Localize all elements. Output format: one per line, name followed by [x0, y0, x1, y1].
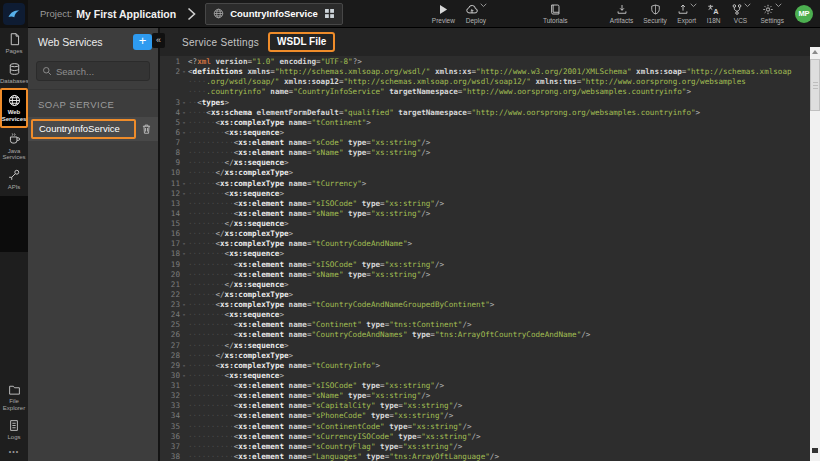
- chevron-down-icon: [744, 3, 751, 8]
- rail-spacer: [0, 252, 28, 380]
- code-row: 18-········<xs:sequence>: [160, 249, 810, 259]
- web-services-panel: Web Services + SOAP SERVICE CountryInfoS…: [28, 28, 160, 461]
- rail-section-divider: [0, 196, 28, 252]
- sidebar-item-databases[interactable]: Databases: [0, 58, 28, 88]
- code-row: 15········</xs:sequence>: [160, 219, 810, 229]
- code-row: 1<?xml version="1.0" encoding="UTF-8"?>: [160, 57, 810, 67]
- code-row: 38··········<xs:element name="Languages"…: [160, 452, 810, 461]
- chevron-down-icon: [775, 3, 782, 8]
- code-row: 36··········<xs:element name="sCurrencyI…: [160, 432, 810, 442]
- code-row: 31··········<xs:element name="sISOCode" …: [160, 381, 810, 391]
- service-tab-label: CountryInfoService: [230, 8, 318, 19]
- delete-service-icon[interactable]: [141, 123, 152, 135]
- scrollbar-thumb[interactable]: [810, 59, 820, 111]
- log-file-icon: [8, 419, 20, 432]
- i18n-label: I18N: [707, 17, 721, 24]
- grid-icon[interactable]: [324, 8, 335, 19]
- sidebar-item-pages[interactable]: Pages: [0, 28, 28, 58]
- code-row: 35··········<xs:element name="sContinent…: [160, 422, 810, 432]
- svg-text:A: A: [713, 7, 719, 16]
- globe-icon: [213, 8, 224, 19]
- wavemaker-logo-icon[interactable]: [3, 3, 25, 25]
- scroll-up-arrow-icon[interactable]: [812, 50, 818, 54]
- code-row: 22······</xs:complexType>: [160, 290, 810, 300]
- sidebar-item-java-services[interactable]: Java Services: [0, 128, 28, 165]
- service-tab[interactable]: CountryInfoService: [205, 3, 343, 25]
- service-name[interactable]: CountryInfoService: [31, 119, 136, 139]
- service-list-item: CountryInfoService: [28, 117, 158, 141]
- project-name: My First Application: [76, 8, 176, 20]
- artifacts-button[interactable]: Artifacts: [605, 0, 638, 28]
- export-label: Export: [677, 17, 696, 24]
- i18n-icon: A: [707, 3, 720, 16]
- tab-service-settings[interactable]: Service Settings: [182, 37, 259, 48]
- preview-label: Preview: [432, 17, 455, 24]
- tab-wsdl-file[interactable]: WSDL File: [268, 32, 335, 52]
- logo-column: [0, 0, 28, 28]
- export-icon: [677, 3, 689, 16]
- code-row: 19··········<xs:element name="sISOCode" …: [160, 260, 810, 270]
- code-row: 32··········<xs:element name="sName" typ…: [160, 391, 810, 401]
- deploy-button[interactable]: Deploy: [460, 0, 492, 28]
- settings-label: Settings: [761, 17, 785, 24]
- code-row: 5-······<xs:complexType name="tContinent…: [160, 118, 810, 128]
- panel-title: Web Services: [38, 36, 133, 48]
- code-row: 37··········<xs:element name="sCountryFl…: [160, 442, 810, 452]
- deploy-cloud-icon: [465, 3, 479, 16]
- add-service-button[interactable]: +: [133, 34, 152, 50]
- soap-service-section-label: SOAP SERVICE: [28, 89, 158, 117]
- artifacts-label: Artifacts: [610, 17, 633, 24]
- chevron-down-icon: [690, 3, 697, 8]
- shield-icon: [650, 3, 661, 16]
- vcs-button[interactable]: VCS: [726, 0, 756, 28]
- search-input[interactable]: [56, 66, 146, 77]
- sidebar-item-label: Databases: [0, 78, 28, 85]
- api-connector-icon: [8, 168, 21, 182]
- service-search[interactable]: [36, 61, 150, 81]
- code-row: 23-······<xs:complexType name="tCountryC…: [160, 300, 810, 310]
- topbar-left-actions: Preview Deploy Tutorials: [427, 0, 573, 28]
- sidebar-item-web-services[interactable]: Web Services: [0, 88, 28, 128]
- content-tab-bar: « Service Settings WSDL File: [160, 28, 820, 56]
- project-breadcrumb: Project: My First Application: [40, 8, 176, 20]
- tutorials-button[interactable]: Tutorials: [538, 0, 573, 28]
- security-label: Security: [643, 17, 666, 24]
- code-row: 10······</xs:complexType>: [160, 168, 810, 178]
- pages-icon: [8, 32, 21, 46]
- code-row: 4-····<xs:schema elementFormDefault="qua…: [160, 108, 810, 118]
- code-row: ····.org/wsdl/soap/" xmlns:soap12="http:…: [160, 77, 810, 87]
- database-icon: [8, 62, 21, 76]
- globe-icon: [8, 94, 21, 107]
- user-avatar[interactable]: MP: [795, 5, 813, 23]
- scroll-down-marker[interactable]: [812, 448, 818, 453]
- code-row: 13··········<xs:element name="sISOCode" …: [160, 199, 810, 209]
- vcs-label: VCS: [734, 17, 747, 24]
- code-row: 34··········<xs:element name="sPhoneCode…: [160, 411, 810, 421]
- project-label: Project:: [40, 8, 72, 19]
- top-bar: Project: My First Application CountryInf…: [0, 0, 820, 28]
- code-row: 3-··<types>: [160, 98, 810, 108]
- sidebar-item-logs[interactable]: Logs: [0, 415, 28, 444]
- code-row: ····.countryinfo" name="CountryInfoServi…: [160, 87, 810, 97]
- code-row: 11-······<xs:complexType name="tCurrency…: [160, 179, 810, 189]
- code-row: 16······</xs:complexType>: [160, 229, 810, 239]
- chevron-right-icon[interactable]: [187, 7, 196, 21]
- preview-button[interactable]: Preview: [427, 0, 460, 28]
- collapse-panel-button[interactable]: «: [152, 33, 165, 48]
- export-button[interactable]: Export: [672, 0, 702, 28]
- topbar-right-actions: Artifacts Security Export A I18N: [605, 0, 820, 28]
- wsdl-code-editor[interactable]: 1<?xml version="1.0" encoding="UTF-8"?>2…: [160, 56, 810, 461]
- code-row: 21········</xs:sequence>: [160, 280, 810, 290]
- security-button[interactable]: Security: [638, 0, 671, 28]
- sidebar-item-file-explorer[interactable]: File Explorer: [0, 380, 28, 415]
- code-row: 14··········<xs:element name="sName" typ…: [160, 209, 810, 219]
- i18n-button[interactable]: A I18N: [702, 0, 726, 28]
- vertical-scrollbar[interactable]: [810, 47, 820, 461]
- deploy-label: Deploy: [466, 17, 486, 24]
- settings-button[interactable]: Settings: [756, 0, 790, 28]
- sidebar-item-apis[interactable]: APIs: [0, 164, 28, 194]
- more-options-icon[interactable]: •••: [0, 444, 28, 461]
- code-row: 28······</xs:complexType>: [160, 351, 810, 361]
- search-icon: [42, 66, 52, 76]
- coffee-icon: [8, 132, 21, 146]
